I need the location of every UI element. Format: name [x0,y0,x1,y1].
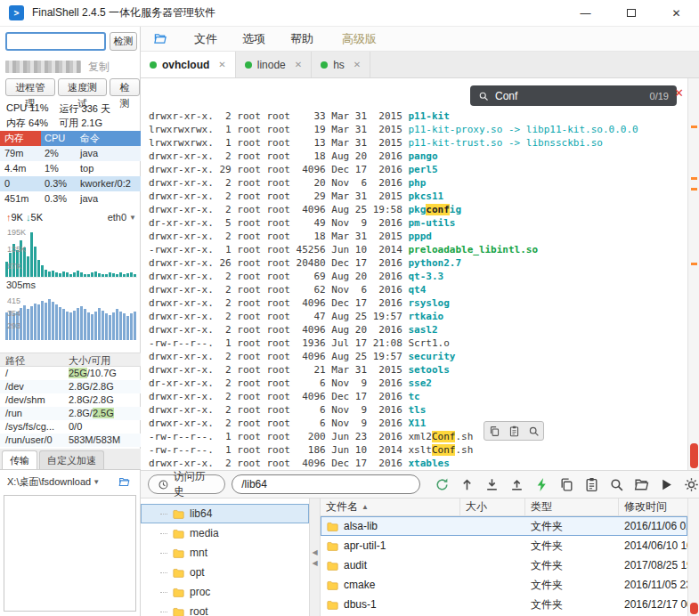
open-folder-icon[interactable] [634,477,649,492]
folder-icon [326,580,339,591]
header-size-avail[interactable]: 大小/可用 [66,353,141,366]
chart-bar [94,272,97,277]
search-icon[interactable] [609,477,624,492]
session-status-icon [150,61,157,69]
header-memory[interactable]: 内存 [0,131,41,146]
header-cpu[interactable]: CPU [41,131,77,146]
chart-bar [112,312,115,340]
header-path[interactable]: 路径 [0,353,66,366]
tree-item-lib64[interactable]: lib64 [141,504,309,523]
parent-dir-icon[interactable] [459,477,475,492]
chart-bar [105,274,108,277]
file-row-dbus-1[interactable]: dbus-1文件夹2016/12/17 00 [321,595,687,614]
chevron-down-icon: ▼ [129,214,136,222]
chart-bar [52,271,54,277]
net-axis-label: 67K [7,262,21,271]
menu-options[interactable]: 选项 [242,31,265,47]
sidebar-search-input[interactable] [5,32,106,51]
copy-address-link[interactable]: 复制 [88,60,110,75]
minimize-button[interactable]: — [563,0,608,26]
memory-usage: 内存 64% [6,117,48,130]
terminal-line: drwxr-xr-x. 2 root root 20 Nov 6 2016 ph… [149,176,687,190]
session-tab-linode[interactable]: linode✕ [236,52,312,77]
terminal-scrollbar[interactable] [687,78,699,470]
search-query[interactable]: Conf [495,90,517,102]
download-icon[interactable] [484,477,500,492]
copy-icon[interactable] [489,426,500,437]
process-manager-button[interactable]: 进程管理 [5,78,55,96]
tab-close-icon[interactable]: ✕ [354,60,361,69]
header-type[interactable]: 类型 [525,498,619,515]
terminal-line: drwxr-xr-x. 29 root root 4096 Dec 17 201… [149,163,687,176]
menubar: 文件 选项 帮助 高级版 [141,27,699,52]
history-label: 访问历史 [174,469,215,499]
detect-button[interactable]: 检测 [110,32,137,51]
search-match-marker [691,177,697,180]
chart-bar [134,312,136,340]
process-row[interactable]: 451m0.3%java [0,191,141,207]
memory-status-line: 内存 64% 可用 2.1G [6,117,136,130]
open-download-folder-icon[interactable] [118,476,132,488]
collapse-left-icon[interactable]: ◀ [312,548,317,556]
tab-transfer[interactable]: 传输 [2,450,37,469]
run-icon[interactable] [659,477,674,492]
tree-item-label: lib64 [190,507,212,520]
session-status-icon [245,61,252,69]
tree-item-mnt[interactable]: mnt [141,543,309,563]
file-row-audit[interactable]: audit文件夹2017/08/25 19 [321,555,687,575]
tree-item-root[interactable]: root [141,602,309,616]
tree-item-proc[interactable]: proc [141,582,309,602]
tree-item-media[interactable]: media [141,523,309,543]
tree-item-opt[interactable]: opt [141,563,309,582]
session-tab-hs[interactable]: hs✕ [312,52,370,77]
maximize-button[interactable] [608,0,654,26]
paste-icon[interactable] [584,477,599,492]
file-row-cmake[interactable]: cmake文件夹2016/11/05 23 [321,575,687,595]
pro-version-label[interactable]: 高级版 [342,31,377,47]
close-button[interactable]: ✕ [654,0,699,26]
collapse-left-icon[interactable]: ◀ [312,559,317,567]
tab-close-icon[interactable]: ✕ [218,60,225,69]
folder-icon [172,587,185,598]
chart-bar [37,304,40,340]
header-mtime[interactable]: 修改时间 [619,498,687,515]
process-row[interactable]: 00.3%kworker/0:2 [0,176,141,191]
paste-icon[interactable] [508,426,520,437]
settings-icon[interactable] [684,477,699,492]
search-close-icon[interactable]: ✕ [674,86,684,100]
scrollbar-thumb[interactable] [690,443,698,468]
chevron-down-icon[interactable]: ▼ [93,478,100,486]
tree-item-label: root [190,605,208,616]
menu-file[interactable]: 文件 [194,31,217,47]
terminal[interactable]: drwxr-xr-x. 2 root root 33 Mar 31 2015 p… [141,78,687,470]
scrollbar-thumb[interactable] [690,603,698,614]
remote-path-input[interactable] [232,474,420,494]
session-tab-ovhcloud[interactable]: ovhcloud✕ [141,52,236,77]
terminal-search-overlay[interactable]: Conf 0/19 [470,85,677,106]
tree-splitter[interactable]: ◀ ◀ [310,498,321,616]
process-row[interactable]: 79m2%java [0,146,141,161]
header-command[interactable]: 命令 [77,131,141,146]
detect-button-2[interactable]: 检测 [110,78,140,96]
process-row[interactable]: 4.4m1%top [0,161,141,176]
menu-help[interactable]: 帮助 [290,31,313,47]
history-button[interactable]: 访问历史 [148,474,225,494]
file-table-header: 文件名 ▲ 大小 类型 修改时间 [321,498,687,516]
refresh-icon[interactable] [435,477,450,492]
header-filename[interactable]: 文件名 ▲ [321,498,460,515]
chart-bar [48,272,51,277]
search-icon[interactable] [528,426,540,437]
header-size[interactable]: 大小 [460,498,525,515]
interface-dropdown[interactable]: eth0 ▼ [108,212,136,223]
tab-close-icon[interactable]: ✕ [295,60,302,69]
file-row-apr-util-1[interactable]: apr-util-1文件夹2014/06/10 10 [321,536,687,555]
file-table-scrollbar[interactable] [687,498,699,616]
bolt-icon[interactable] [534,477,549,492]
file-row-alsa-lib[interactable]: alsa-lib文件夹2016/11/06 02 [321,516,687,536]
download-path-row: X:\桌面\fsdownload ▼ [0,472,141,491]
speed-test-button[interactable]: 速度测试 [58,78,108,96]
tab-custom-accel[interactable]: 自定义加速 [39,450,104,469]
copy-icon[interactable] [559,477,574,492]
chart-bar [80,272,83,277]
upload-icon[interactable] [509,477,524,492]
